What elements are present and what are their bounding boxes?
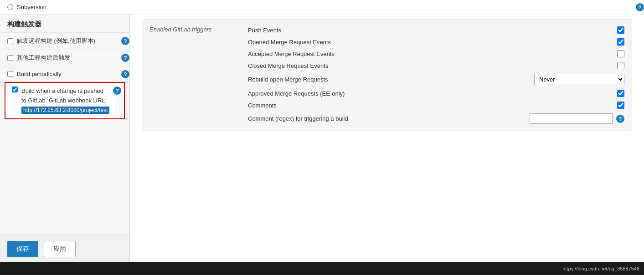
left-col: 构建触发器 触发远程构建 (例如,使用脚本) ? 其他工程构建后触发 ? Bui… [0, 15, 130, 275]
trigger-gitlab-label[interactable]: Build when a change is pushed to GitLab.… [21, 87, 109, 115]
trigger-gitlab-text: Build when a change is pushed to GitLab.… [21, 87, 107, 104]
save-apply-area: 保存 应用 [0, 234, 129, 264]
page-wrapper: Subversion ? 构建触发器 触发远程构建 (例如,使用脚本) ? 其他… [0, 0, 644, 275]
accepted-merge-label: Accepted Merge Request Events [248, 51, 617, 57]
closed-merge-label: Closed Merge Request Events [248, 62, 617, 69]
trigger-periodic-checkbox[interactable] [7, 71, 13, 77]
subversion-row: Subversion ? [0, 0, 644, 15]
right-col: Enabled GitLab triggers Push Events Open… [130, 15, 644, 275]
trigger-remote-checkbox[interactable] [7, 38, 13, 44]
save-button[interactable]: 保存 [7, 241, 38, 257]
closed-merge-checkbox[interactable] [617, 62, 624, 69]
comment-regex-row: Comment (regex) for triggering a build J… [248, 111, 624, 126]
trigger-periodic-help[interactable]: ? [121, 70, 129, 78]
trigger-gitlab-help[interactable]: ? [113, 87, 121, 95]
trigger-periodic-label[interactable]: Build periodically [17, 71, 122, 77]
bottom-bar: https://blog.csdn.net/qq_35887546 [0, 262, 644, 275]
comments-checkbox[interactable] [617, 102, 624, 109]
full-layout: 构建触发器 触发远程构建 (例如,使用脚本) ? 其他工程构建后触发 ? Bui… [0, 15, 644, 275]
opened-merge-row: Opened Merge Request Events [248, 36, 624, 48]
subversion-left: Subversion [7, 4, 46, 10]
approved-merge-label: Approved Merge Requests (EE-only) [248, 90, 617, 97]
triggers-panel-inner: Enabled GitLab triggers Push Events Open… [149, 24, 624, 126]
trigger-gitlab-checkbox[interactable] [12, 87, 18, 92]
trigger-remote-label[interactable]: 触发远程构建 (例如,使用脚本) [17, 37, 122, 45]
comments-label: Comments [248, 102, 617, 109]
subversion-help-icon[interactable]: ? [636, 3, 644, 11]
push-events-label: Push Events [248, 27, 617, 34]
section-heading: 构建触发器 [0, 15, 129, 32]
closed-merge-row: Closed Merge Request Events [248, 60, 624, 71]
accepted-merge-row: Accepted Merge Request Events [248, 48, 624, 60]
comment-regex-label: Comment (regex) for triggering a build [248, 115, 530, 122]
enabled-triggers-block: Enabled GitLab triggers Push Events Open… [142, 19, 632, 131]
rebuild-select[interactable]: Never On push to source branch On push t… [534, 74, 624, 85]
trigger-gitlab-item: Build when a change is pushed to GitLab.… [5, 82, 125, 119]
webhook-url: http://172.25.63.2:8080/project/test [21, 107, 109, 114]
trigger-other-label[interactable]: 其他工程构建后触发 [17, 54, 122, 62]
comment-regex-help[interactable]: ? [616, 115, 624, 123]
accepted-merge-checkbox[interactable] [617, 50, 624, 57]
trigger-remote-help[interactable]: ? [121, 37, 129, 45]
apply-button[interactable]: 应用 [44, 241, 76, 257]
opened-merge-checkbox[interactable] [617, 38, 624, 46]
trigger-other-item: 其他工程构建后触发 ? [0, 50, 129, 66]
comment-regex-input[interactable]: Jenkins please [530, 113, 613, 124]
trigger-other-help[interactable]: ? [121, 54, 129, 62]
footer-url: https://blog.csdn.net/qq_35887546 [562, 266, 639, 271]
triggers-checkboxes: Push Events Opened Merge Request Events … [248, 24, 624, 126]
rebuild-row: Rebuild open Merge Requests Never On pus… [248, 71, 624, 87]
trigger-other-checkbox[interactable] [7, 55, 13, 61]
approved-merge-checkbox[interactable] [617, 90, 624, 97]
enabled-gitlab-triggers-label: Enabled GitLab triggers [149, 24, 241, 126]
trigger-remote-item: 触发远程构建 (例如,使用脚本) ? [0, 33, 129, 50]
rebuild-label: Rebuild open Merge Requests [248, 76, 534, 83]
comments-row: Comments [248, 99, 624, 111]
opened-merge-label: Opened Merge Request Events [248, 39, 617, 46]
subversion-label: Subversion [17, 4, 46, 10]
approved-merge-row: Approved Merge Requests (EE-only) [248, 87, 624, 99]
push-events-row: Push Events [248, 24, 624, 36]
push-events-checkbox[interactable] [617, 26, 624, 34]
subversion-radio[interactable] [7, 4, 13, 10]
trigger-periodic-item: Build periodically ? [0, 66, 129, 82]
